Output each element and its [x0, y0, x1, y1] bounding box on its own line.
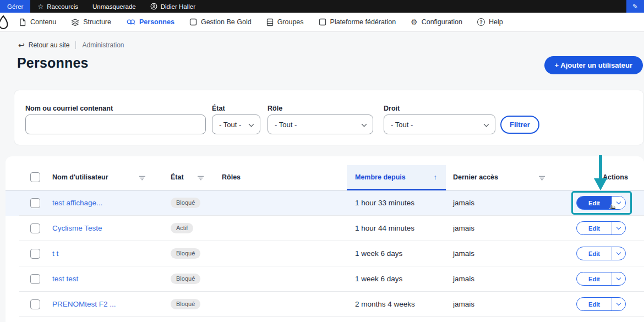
edit-split-button[interactable]: Edit [576, 272, 626, 286]
menu-item-groupes[interactable]: Groupes [266, 18, 304, 26]
contextual-edit-button[interactable]: ✎ [626, 0, 644, 13]
column-header-roles[interactable]: Rôles [222, 173, 241, 181]
member-since-cell: 1 week 6 days [355, 275, 402, 283]
edit-split-button[interactable]: Edit [576, 297, 626, 311]
edit-split-button[interactable]: Edit [576, 221, 626, 235]
user-name-link[interactable]: t t [52, 249, 58, 258]
user-name-link[interactable]: Cyclisme Teste [52, 224, 102, 232]
menu-item-personnes[interactable]: Personnes [126, 18, 174, 26]
shortcuts-label: Raccourcis [47, 3, 78, 10]
user-name-link[interactable]: test affichage... [52, 199, 102, 207]
last-access-cell: jamais [453, 275, 474, 283]
role-filter-select[interactable]: - Tout - [268, 114, 373, 134]
toolbar-tab-shortcuts[interactable]: ☆ Raccourcis [30, 0, 85, 13]
edit-label: Edit [588, 301, 600, 308]
member-since-cell: 2 months 4 weeks [355, 300, 415, 308]
unmasquerade-label: Unmasquerade [92, 3, 136, 10]
name-filter-label: Nom ou courriel contenant [25, 105, 113, 112]
table-row: PRENOMtest F2 ... Bloqué 2 months 4 week… [6, 292, 644, 317]
filter-card: Nom ou courriel contenant État - Tout - … [14, 90, 644, 145]
chevron-down-icon [362, 122, 367, 127]
sort-ascending-icon: ↑ [434, 173, 438, 181]
user-name-label: Didier Haller [161, 3, 195, 10]
menu-item-plateforme-federation[interactable]: Plateforme fédération [319, 18, 396, 26]
document-icon [19, 18, 26, 26]
edit-button[interactable]: Edit [577, 298, 612, 310]
toolbar-tab-manage[interactable]: Gérer [0, 0, 30, 13]
status-badge: Bloqué [171, 248, 200, 259]
row-checkbox[interactable] [30, 249, 40, 259]
menu-item-help[interactable]: ? Help [477, 18, 503, 26]
role-filter-label: Rôle [268, 105, 282, 112]
drupal-logo-icon [0, 14, 10, 31]
edit-split-button[interactable]: Edit [576, 247, 626, 260]
column-header-status[interactable]: État [171, 173, 184, 181]
user-name-link[interactable]: PRENOMtest F2 ... [52, 300, 116, 308]
menu-label: Help [489, 18, 503, 26]
sort-icon[interactable] [197, 176, 204, 181]
edit-label: Edit [588, 276, 600, 282]
page-title: Personnes [17, 55, 89, 71]
edit-label: Edit [588, 200, 600, 206]
menu-item-gestion-be-gold[interactable]: Gestion Be Gold [189, 18, 252, 26]
breadcrumb-back-link[interactable]: Retour au site [29, 41, 70, 49]
chevron-down-icon [616, 301, 621, 305]
column-header-name[interactable]: Nom d'utilisateur [52, 173, 108, 181]
column-header-last-access[interactable]: Dernier accès [453, 173, 498, 181]
edit-label: Edit [588, 250, 600, 257]
name-filter-input[interactable] [25, 114, 206, 134]
table-row: test test Bloqué 1 week 6 days jamais Ed… [6, 266, 644, 292]
user-name-link[interactable]: test test [52, 275, 78, 283]
chevron-down-icon [249, 122, 254, 127]
droit-filter-label: Droit [384, 105, 400, 112]
row-checkbox[interactable] [30, 274, 40, 284]
status-badge: Bloqué [171, 299, 200, 309]
edit-dropdown-toggle[interactable] [612, 247, 625, 260]
table-row: Cyclisme Teste Actif 1 hour 44 minutes j… [6, 216, 644, 241]
role-selected-value: - Tout - [275, 121, 297, 129]
row-checkbox[interactable] [30, 299, 40, 309]
chevron-down-icon [616, 250, 621, 255]
row-checkbox[interactable] [30, 198, 40, 208]
breadcrumb-divider [75, 41, 76, 49]
server-icon [266, 18, 274, 26]
menu-item-configuration[interactable]: ⚙ Configuration [411, 18, 462, 26]
return-arrow-icon: ↩ [18, 41, 25, 50]
edit-split-button[interactable]: Edit [576, 196, 626, 210]
toolbar-tab-unmasquerade[interactable]: Unmasquerade [85, 0, 143, 13]
status-badge: Actif [171, 223, 193, 233]
menu-label: Groupes [277, 18, 304, 26]
edit-dropdown-toggle[interactable] [612, 272, 625, 285]
menu-item-structure[interactable]: Structure [71, 18, 111, 26]
row-checkbox[interactable] [30, 223, 40, 233]
status-badge: Bloqué [171, 198, 200, 208]
manage-label: Gérer [7, 3, 23, 10]
select-all-checkbox[interactable] [30, 172, 40, 182]
toolbar-tab-user[interactable]: Didier Haller [143, 0, 203, 13]
edit-dropdown-toggle[interactable] [612, 298, 625, 310]
edit-button[interactable]: Edit [577, 222, 612, 234]
hand-cursor-icon [608, 204, 616, 210]
sort-icon[interactable] [139, 176, 146, 181]
people-icon [126, 18, 135, 26]
filter-submit-button[interactable]: Filtrer [500, 116, 539, 134]
table-row: test affichage... Bloqué 1 hour 33 minut… [6, 190, 644, 216]
etat-selected-value: - Tout - [219, 121, 241, 129]
menu-label: Gestion Be Gold [201, 18, 252, 26]
edit-dropdown-toggle[interactable] [612, 222, 625, 234]
edit-button[interactable]: Edit [577, 272, 612, 285]
last-access-cell: jamais [453, 249, 474, 258]
breadcrumb: ↩ Retour au site Administration [18, 41, 124, 50]
etat-filter-select[interactable]: - Tout - [212, 114, 260, 134]
menu-label: Personnes [139, 18, 174, 26]
droit-selected-value: - Tout - [391, 121, 413, 129]
edit-button[interactable]: Edit [577, 197, 612, 209]
add-user-button[interactable]: + Ajouter un utilisateur [544, 56, 643, 74]
gear-icon: ⚙ [411, 18, 418, 26]
sort-icon[interactable] [538, 176, 545, 181]
column-header-member-since-active[interactable]: Membre depuis ↑ [347, 165, 446, 190]
edit-label: Edit [588, 225, 600, 232]
menu-item-contenu[interactable]: Contenu [19, 18, 56, 26]
droit-filter-select[interactable]: - Tout - [384, 114, 495, 134]
edit-button[interactable]: Edit [577, 247, 612, 260]
